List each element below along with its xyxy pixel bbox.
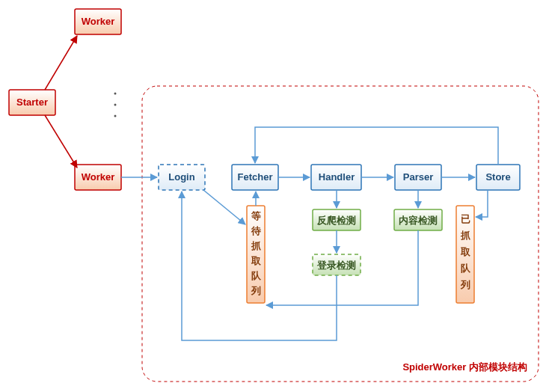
store-label: Store <box>485 171 510 183</box>
login-label: Login <box>168 171 194 183</box>
svg-text:抓: 抓 <box>460 230 471 241</box>
fetcher-label: Fetcher <box>238 171 273 183</box>
ellipsis-dot <box>114 93 117 95</box>
svg-text:抓: 抓 <box>251 240 262 251</box>
arrow-starter-worker-top <box>45 36 77 90</box>
content-check-label: 内容检测 <box>399 215 438 226</box>
parser-label: Parser <box>403 171 433 183</box>
anti-crawl-label: 反爬检测 <box>316 215 356 226</box>
svg-text:取: 取 <box>460 246 471 257</box>
spiderworker-container <box>142 86 539 382</box>
svg-text:等: 等 <box>251 210 261 221</box>
svg-text:队: 队 <box>461 263 471 274</box>
arrow-store-queuedone <box>476 190 488 217</box>
arrow-login-queuewait <box>203 190 245 224</box>
handler-label: Handler <box>319 171 355 183</box>
svg-text:队: 队 <box>251 270 262 281</box>
starter-label: Starter <box>16 97 48 108</box>
worker-bottom-label: Worker <box>82 171 115 183</box>
worker-top-label: Worker <box>82 16 115 27</box>
svg-text:取: 取 <box>251 255 262 266</box>
svg-text:待: 待 <box>251 225 261 236</box>
arrow-starter-worker-bottom <box>45 115 77 168</box>
diagram-canvas: SpiderWorker 内部模块结构 Worker Starter Worke… <box>0 0 546 392</box>
svg-text:列: 列 <box>251 285 261 296</box>
ellipsis-dot <box>114 115 117 117</box>
login-check-label: 登录检测 <box>316 260 356 271</box>
svg-text:列: 列 <box>460 279 470 290</box>
arrow-store-fetcher-loop <box>255 127 498 165</box>
caption: SpiderWorker 内部模块结构 <box>402 361 527 373</box>
arrow-logincheck-queuewait <box>266 275 337 305</box>
ellipsis-dot <box>114 104 117 106</box>
svg-text:已: 已 <box>461 213 470 224</box>
